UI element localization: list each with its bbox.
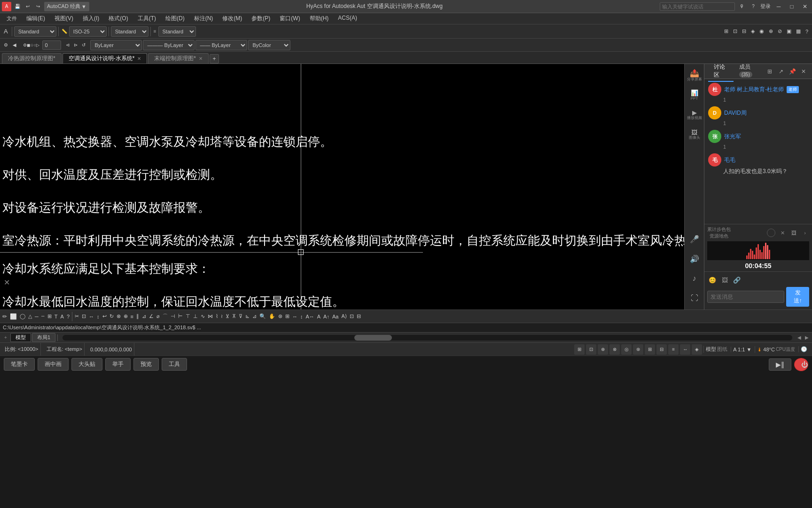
refresh-btn[interactable]: ↺ xyxy=(80,40,87,50)
menu-参数(P)[interactable]: 参数(P) xyxy=(247,14,275,24)
edit-tool-15[interactable]: ⊣ xyxy=(169,312,177,321)
edit-tool-25[interactable]: ⊽ xyxy=(237,312,244,321)
menu-帮助(H)[interactable]: 帮助(H) xyxy=(305,14,334,24)
tool-misc-2[interactable]: ⊡ xyxy=(731,26,739,37)
search-input[interactable] xyxy=(660,2,735,11)
text-btn-4[interactable]: A⟩ xyxy=(340,312,348,321)
draw-tool-2[interactable]: ⬜ xyxy=(8,312,18,321)
ppt-btn[interactable]: 📊 PPT xyxy=(686,87,703,103)
lw-btn[interactable]: ≡ xyxy=(668,344,679,355)
snap-btn[interactable]: ⊡ xyxy=(586,344,596,355)
play-pause-btn[interactable]: ▶‖ xyxy=(769,358,791,371)
edit-tool-8[interactable]: ⊕ xyxy=(122,312,129,321)
qp-btn[interactable]: ◈ xyxy=(692,344,702,355)
scale-ratio[interactable]: A 1:1 ▼ xyxy=(731,347,753,352)
menu-格式(O)[interactable]: 格式(O) xyxy=(104,14,133,24)
edit-tool-24[interactable]: ⊼ xyxy=(231,312,237,321)
link-btn[interactable]: 🔗 xyxy=(732,275,742,285)
layout-new-btn[interactable]: + xyxy=(2,334,9,341)
linetype-select[interactable]: ——— ByLayer xyxy=(143,40,195,50)
paper-btn[interactable]: 图纸 xyxy=(717,346,727,353)
ducs-btn[interactable]: ⊞ xyxy=(645,344,655,355)
edit-tool-1[interactable]: ✂ xyxy=(73,312,80,321)
timer-image-btn[interactable]: 🖼 xyxy=(789,229,798,237)
draw-tool-7[interactable]: ⊞ xyxy=(46,312,53,321)
text-btn-6[interactable]: ⊟ xyxy=(355,312,362,321)
timer-circle-btn[interactable] xyxy=(767,229,775,237)
edit-tool-18[interactable]: ⊥ xyxy=(192,312,199,321)
tab-close-icon2[interactable]: ✕ xyxy=(199,56,203,61)
layout-tab-model[interactable]: 模型 xyxy=(10,333,31,342)
share-screen-btn[interactable]: 📤 分享屏幕 xyxy=(686,67,703,84)
bighead-btn[interactable]: 大头贴 xyxy=(71,358,102,371)
osnap-btn[interactable]: ◎ xyxy=(621,344,632,355)
tool-misc-9[interactable]: ▦ xyxy=(794,26,803,37)
polar-btn[interactable]: ⊗ xyxy=(609,344,620,355)
color-select[interactable]: ByColor xyxy=(248,40,290,50)
prev-state-btn[interactable]: ⊲ xyxy=(64,40,71,50)
hscroll-thumb[interactable] xyxy=(354,335,392,341)
menu-绘图(D)[interactable]: 绘图(D) xyxy=(161,14,189,24)
panel-settings-btn[interactable]: ⊞ xyxy=(765,67,774,76)
dim-btn-1[interactable]: ↔ xyxy=(291,312,299,321)
tab-cold-heat[interactable]: 冷热源控制原理图* xyxy=(2,53,62,64)
tab-end-control[interactable]: 末端控制原理图* ✕ xyxy=(148,53,209,64)
text-btn-2[interactable]: A↑ xyxy=(322,312,331,321)
panel-expand-btn[interactable]: ↗ xyxy=(776,67,786,76)
close-btn[interactable]: ✕ xyxy=(800,2,810,11)
chat-area[interactable]: 杜 老师 树上局教育-杜老师 老师 1 D DAVID周 1 张 张光军 xyxy=(704,79,812,224)
edit-tool-3[interactable]: ↔ xyxy=(87,312,95,321)
edit-tool-12[interactable]: ∠ xyxy=(148,312,155,321)
menu-ACS(A)[interactable]: ACS(A) xyxy=(333,14,362,22)
edit-tool-13[interactable]: ⌀ xyxy=(155,312,161,321)
timer-x-btn[interactable]: ✕ xyxy=(778,229,787,237)
edit-tool-10[interactable]: ∥ xyxy=(135,312,141,321)
edit-tool-26[interactable]: ⊾ xyxy=(244,312,251,321)
edit-tool-17[interactable]: ⊤ xyxy=(184,312,192,321)
mic-icon[interactable]: 🎙 xyxy=(738,2,746,11)
draw-tool-6[interactable]: ╌ xyxy=(40,312,46,321)
save-quick-btn[interactable]: 💾 xyxy=(13,2,22,11)
power-btn[interactable]: ⏻ xyxy=(794,358,808,371)
edit-tool-4[interactable]: ↕ xyxy=(95,312,101,321)
tool-misc-3[interactable]: ⊟ xyxy=(740,26,748,37)
menu-工具(T)[interactable]: 工具(T) xyxy=(133,14,161,24)
panel-pin-btn[interactable]: 📌 xyxy=(788,67,797,76)
scroll-right-btn[interactable]: ▶ xyxy=(804,334,810,341)
tool-btn-1[interactable]: A xyxy=(2,26,10,37)
tool-misc-10[interactable]: ? xyxy=(804,26,810,37)
mic-float-btn[interactable]: 🎤 xyxy=(686,230,703,247)
undo-quick-btn[interactable]: ↩ xyxy=(23,2,32,11)
edit-tool-2[interactable]: ⊡ xyxy=(80,312,87,321)
scroll-left-btn[interactable]: ◀ xyxy=(796,334,803,341)
tab-members[interactable]: 成员(35) xyxy=(734,61,765,82)
login-btn[interactable]: 登录 xyxy=(760,3,771,10)
edit-tool-16[interactable]: ⊢ xyxy=(177,312,184,321)
pip-btn[interactable]: 画中画 xyxy=(38,358,69,371)
dyn-btn[interactable]: ⊟ xyxy=(656,344,667,355)
obj-settings-btn[interactable]: ⚙◼☆○▷ xyxy=(21,40,41,50)
draw-tool-5[interactable]: ─ xyxy=(33,312,40,321)
menu-窗口(W)[interactable]: 窗口(W) xyxy=(275,14,304,24)
panel-close-btn[interactable]: ✕ xyxy=(799,67,808,76)
speaker-float-btn[interactable]: 🔊 xyxy=(686,250,703,267)
menu-插入(I)[interactable]: 插入(I) xyxy=(78,14,104,24)
draw-tool-3[interactable]: ◯ xyxy=(18,312,27,321)
raise-hand-btn[interactable]: 举手 xyxy=(105,358,131,371)
image-attach-btn[interactable]: 🖼 xyxy=(719,275,730,285)
edit-tool-7[interactable]: ⊗ xyxy=(115,312,122,321)
menu-编辑(E)[interactable]: 编辑(E) xyxy=(22,14,50,24)
send-button[interactable]: 发送↑ xyxy=(786,287,809,307)
layer-num-input[interactable] xyxy=(42,40,61,50)
dim-btn-3[interactable]: A↔ xyxy=(304,312,315,321)
layer-settings-btn[interactable]: ⚙ xyxy=(2,40,10,50)
draw-tool-8[interactable]: T xyxy=(53,312,59,321)
edit-tool-6[interactable]: ↻ xyxy=(108,312,115,321)
edit-tool-20[interactable]: ⋈ xyxy=(206,312,214,321)
layout-tab-1[interactable]: 布局1 xyxy=(32,333,55,342)
emoji-btn[interactable]: 😊 xyxy=(707,275,718,285)
menu-标注(N)[interactable]: 标注(N) xyxy=(189,14,218,24)
fullscreen-float-btn[interactable]: ⛶ xyxy=(686,290,703,307)
tab-close-icon[interactable]: ✕ xyxy=(137,56,141,61)
edit-tool-27[interactable]: ⊿ xyxy=(251,312,258,321)
